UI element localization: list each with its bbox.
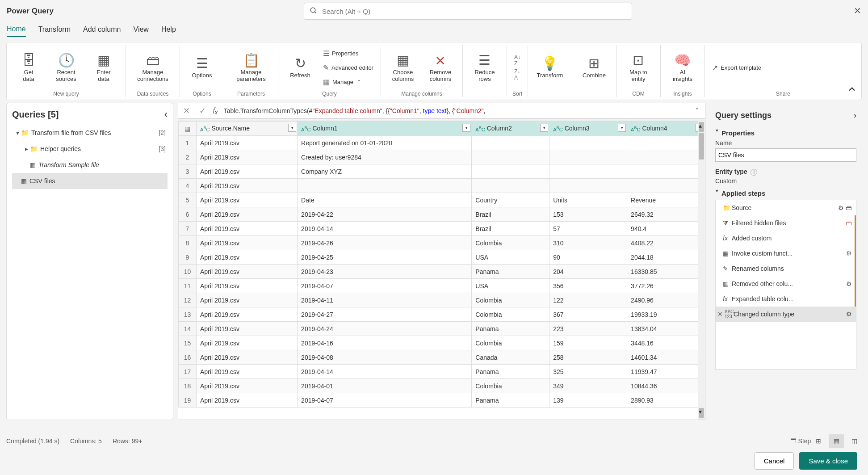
scroll-up-icon[interactable]: ▴ [699,122,704,132]
row-number[interactable]: 1 [179,136,197,150]
cell[interactable]: April 2019.csv [197,336,298,350]
cell[interactable]: Country [472,193,549,207]
cell[interactable]: April 2019.csv [197,393,298,408]
cell[interactable]: 3772.26 [627,279,705,293]
row-number[interactable]: 7 [179,222,197,236]
cell[interactable]: Panama [472,265,549,279]
cell[interactable]: 3448.16 [627,336,705,350]
step-button[interactable]: 🗔Step [793,434,808,448]
cell[interactable]: 122 [549,293,627,307]
advanced-editor-button[interactable]: ✎Advanced editor [320,61,376,74]
col-column4[interactable]: ABCColumn4▾ [627,122,705,136]
cell[interactable]: April 2019.csv [197,179,298,193]
options-button[interactable]: ☰Options [185,47,219,88]
cell[interactable]: 2019-04-26 [298,236,472,250]
properties-section[interactable]: ˅Properties [715,129,856,137]
transform-button[interactable]: 💡Transform [533,47,567,88]
cell[interactable]: Company XYZ [298,164,472,179]
enter-data-button[interactable]: ▦Enter data [86,47,121,88]
cell[interactable]: Created by: user9284 [298,150,472,164]
cell[interactable]: 14601.34 [627,350,705,365]
cell[interactable]: Panama [472,322,549,336]
table-corner[interactable]: ▦ [179,122,197,136]
cell[interactable]: April 2019.csv [197,164,298,179]
cell[interactable]: 2019-04-27 [298,307,472,322]
ribbon-collapse-button[interactable] [848,86,856,95]
cell[interactable]: April 2019.csv [197,379,298,393]
row-number[interactable]: 11 [179,279,197,293]
cell[interactable]: 349 [549,379,627,393]
tree-item-csv[interactable]: ▦ CSV files [12,173,168,189]
cell[interactable]: 204 [549,265,627,279]
cell[interactable]: Date [298,193,472,207]
table-row[interactable]: 14 April 2019.csv 2019-04-24 Panama 223 … [179,322,705,336]
table-row[interactable]: 18 April 2019.csv 2019-04-01 Colombia 34… [179,379,705,393]
schema-view-button[interactable]: ◫ [847,434,862,448]
col-column2[interactable]: ABCColumn2▾ [472,122,549,136]
row-number[interactable]: 13 [179,307,197,322]
filter-icon[interactable]: ▾ [462,124,470,132]
cell[interactable]: 940.4 [627,222,705,236]
search-box[interactable] [304,3,632,20]
tree-folder-transform[interactable]: ▾ 📁 Transform file from CSV files [2] [12,125,168,141]
row-number[interactable]: 9 [179,250,197,265]
cell[interactable]: Panama [472,365,549,379]
cell[interactable]: 310 [549,236,627,250]
col-column3[interactable]: ABCColumn3▾ [549,122,627,136]
table-row[interactable]: 3 April 2019.csv Company XYZ [179,164,705,179]
col-column1[interactable]: ABCColumn1▾ [298,122,472,136]
refresh-button[interactable]: ↻Refresh [283,47,318,88]
step-changed-type[interactable]: ✕ABC123Changed column type⚙ [716,307,856,322]
formula-text[interactable]: Table.TransformColumnTypes(#"Expanded ta… [220,107,689,114]
row-number[interactable]: 2 [179,150,197,164]
remove-columns-button[interactable]: ⨯Remove columns [423,47,458,88]
cell[interactable]: 19933.19 [627,307,705,322]
cell[interactable] [627,150,705,164]
cell[interactable]: April 2019.csv [197,350,298,365]
step-filtered[interactable]: ⧩Filtered hidden files🗃 [716,215,856,231]
table-row[interactable]: 2 April 2019.csv Created by: user9284 [179,150,705,164]
cell[interactable] [549,150,627,164]
table-row[interactable]: 16 April 2019.csv 2019-04-08 Canada 258 … [179,350,705,365]
cell[interactable]: 57 [549,222,627,236]
query-name-input[interactable] [715,148,856,162]
export-template-button[interactable]: ↗Export template [709,61,764,74]
cell[interactable]: 153 [549,207,627,222]
properties-button[interactable]: ☰Properties [320,47,376,59]
recent-sources-button[interactable]: 🕓Recent sources [49,47,84,88]
row-number[interactable]: 14 [179,322,197,336]
cell[interactable]: Canada [472,350,549,365]
cell[interactable]: 2044.18 [627,250,705,265]
cell[interactable]: USA [472,279,549,293]
row-number[interactable]: 8 [179,236,197,250]
sort-desc-button[interactable]: Z↓A [512,68,523,81]
manage-connections-button[interactable]: 🗃Manage connections [130,47,175,88]
reduce-rows-button[interactable]: ☰Reduce rows [467,47,502,88]
cell[interactable] [549,136,627,150]
cell[interactable]: Colombia [472,236,549,250]
sort-asc-button[interactable]: A↓Z [512,54,523,67]
db-icon[interactable]: 🗃 [846,204,852,211]
scrollbar[interactable]: ▴ ▾ [698,121,705,420]
cell[interactable] [472,179,549,193]
row-number[interactable]: 12 [179,293,197,307]
settings-expand-icon[interactable]: › [854,111,856,120]
table-row[interactable]: 8 April 2019.csv 2019-04-26 Colombia 310… [179,236,705,250]
tab-transform[interactable]: Transform [38,25,71,36]
cell[interactable]: 2019-04-16 [298,336,472,350]
tree-folder-helper[interactable]: ▸ 📁 Helper queries [3] [12,141,168,157]
filter-icon[interactable]: ▾ [540,124,548,132]
cell[interactable]: 2019-04-22 [298,207,472,222]
cell[interactable]: April 2019.csv [197,150,298,164]
cell[interactable]: 2019-04-25 [298,250,472,265]
cell[interactable]: April 2019.csv [197,193,298,207]
table-row[interactable]: 9 April 2019.csv 2019-04-25 USA 90 2044.… [179,250,705,265]
cell[interactable]: Colombia [472,336,549,350]
cell[interactable]: Colombia [472,307,549,322]
cell[interactable]: 356 [549,279,627,293]
cell[interactable] [472,150,549,164]
cell[interactable]: Brazil [472,207,549,222]
cell[interactable]: April 2019.csv [197,265,298,279]
cell[interactable]: April 2019.csv [197,222,298,236]
cell[interactable]: 2890.93 [627,393,705,408]
